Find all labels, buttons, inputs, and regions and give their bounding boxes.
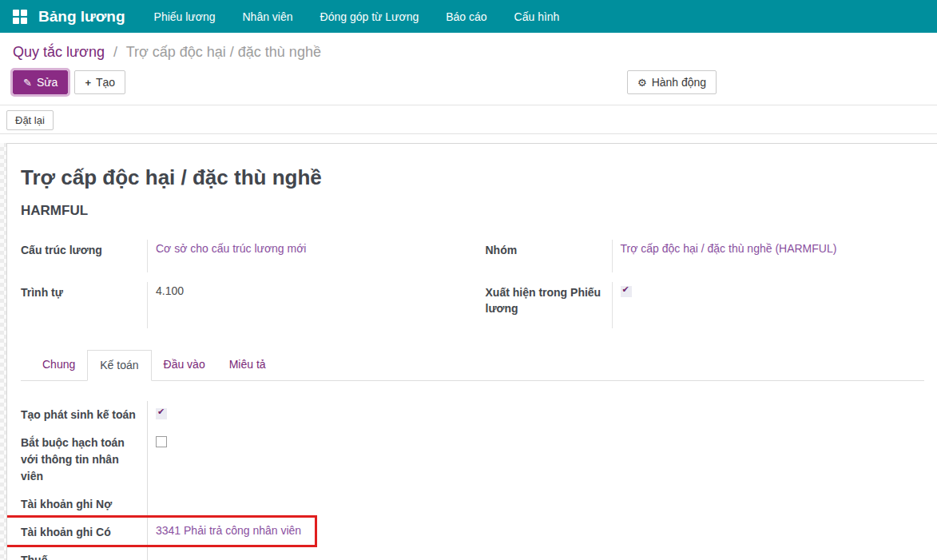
reset-button[interactable]: Đặt lại	[6, 110, 54, 130]
category-link[interactable]: Trợ cấp độc hại / đặc thù nghề (HARMFUL)	[621, 242, 837, 255]
record-code: HARMFUL	[21, 203, 924, 219]
row-credit-account: Tài khoản ghi Có 3341 Phải trả công nhân…	[21, 518, 924, 546]
action-button[interactable]: ⚙Hành động	[627, 70, 717, 94]
field-value: 3341 Phải trả công nhân viên	[147, 518, 924, 546]
field-label: Tài khoản ghi Có	[21, 518, 147, 546]
menu-employees[interactable]: Nhân viên	[242, 10, 292, 23]
tab-general[interactable]: Chung	[30, 350, 87, 381]
breadcrumb-separator: /	[113, 44, 117, 60]
field-value: Cơ sở cho cấu trúc lương mới	[147, 240, 452, 272]
menu-payslips[interactable]: Phiếu lương	[154, 10, 216, 23]
field-category: Nhóm Trợ cấp độc hại / đặc thù nghề (HAR…	[486, 240, 917, 272]
field-label: Tài khoản ghi Nợ	[21, 490, 147, 518]
action-button-label: Hành động	[652, 76, 707, 89]
status-bar: Đặt lại	[0, 105, 937, 134]
menu-reports[interactable]: Báo cáo	[446, 10, 486, 23]
field-value: 4.100	[147, 282, 452, 328]
accounting-tab-pane: Tạo phát sinh kế toán Bắt buộc hạch toán…	[21, 401, 924, 560]
row-generate-accounting-entries: Tạo phát sinh kế toán	[21, 401, 924, 429]
menu-settings[interactable]: Cấu hình	[514, 10, 560, 23]
appears-on-payslip-checkbox[interactable]	[621, 286, 632, 297]
edit-button[interactable]: ✎Sửa	[13, 70, 68, 94]
field-label: Nhóm	[486, 240, 613, 272]
field-value	[147, 429, 924, 490]
generate-entries-checkbox[interactable]	[156, 408, 167, 419]
apps-grid-square	[13, 18, 19, 24]
row-tax: Thuế	[21, 546, 924, 560]
force-employee-accounts-checkbox[interactable]	[156, 436, 167, 447]
create-button-label: Tạo	[96, 76, 115, 89]
row-debit-account: Tài khoản ghi Nợ	[21, 490, 924, 518]
create-button[interactable]: +Tạo	[74, 70, 125, 94]
pencil-icon: ✎	[23, 77, 32, 89]
breadcrumb: Quy tắc lương / Trợ cấp độc hại / đặc th…	[0, 33, 937, 64]
field-value	[147, 401, 924, 429]
content-area: Trợ cấp độc hại / đặc thù nghề HARMFUL C…	[0, 143, 937, 560]
field-grid: Cấu trúc lương Cơ sở cho cấu trúc lương …	[21, 240, 924, 338]
record-title: Trợ cấp độc hại / đặc thù nghề	[21, 165, 924, 190]
apps-grid-square	[21, 10, 27, 16]
tab-description[interactable]: Miêu tả	[217, 350, 278, 381]
edit-button-label: Sửa	[37, 76, 58, 89]
field-label: Thuế	[21, 546, 147, 560]
main-menu: Phiếu lương Nhân viên Đóng góp từ Lương …	[154, 10, 560, 23]
field-label: Tạo phát sinh kế toán	[21, 401, 147, 429]
row-force-employee-accounts: Bắt buộc hạch toán với thông tin nhân vi…	[21, 429, 924, 490]
apps-grid-square	[13, 10, 19, 16]
top-navbar: Bảng lương Phiếu lương Nhân viên Đóng gó…	[0, 0, 937, 33]
notebook-tabs: Chung Kế toán Đầu vào Miêu tả	[21, 349, 924, 381]
app-brand[interactable]: Bảng lương	[38, 8, 125, 26]
control-panel: ✎Sửa +Tạo ⚙Hành động	[0, 64, 937, 105]
plus-icon: +	[85, 77, 91, 89]
field-appears-on-payslip: Xuất hiện trong Phiếu lương	[486, 282, 917, 328]
field-label: Xuất hiện trong Phiếu lương	[486, 282, 613, 328]
field-salary-structure: Cấu trúc lương Cơ sở cho cấu trúc lương …	[21, 240, 452, 272]
breadcrumb-parent-link[interactable]: Quy tắc lương	[13, 44, 105, 60]
menu-contributions[interactable]: Đóng góp từ Lương	[320, 10, 419, 23]
credit-account-link[interactable]: 3341 Phải trả công nhân viên	[156, 524, 301, 537]
field-value	[147, 490, 924, 518]
field-label: Bắt buộc hạch toán với thông tin nhân vi…	[21, 429, 147, 490]
field-value	[612, 282, 917, 328]
apps-grid-square	[21, 18, 27, 24]
tab-accounting[interactable]: Kế toán	[87, 350, 151, 381]
breadcrumb-current: Trợ cấp độc hại / đặc thù nghề	[126, 44, 321, 60]
field-value: Trợ cấp độc hại / đặc thù nghề (HARMFUL)	[612, 240, 917, 272]
field-label: Trình tự	[21, 282, 147, 328]
field-value	[147, 546, 924, 560]
field-column-left: Cấu trúc lương Cơ sở cho cấu trúc lương …	[21, 240, 452, 338]
salary-structure-link[interactable]: Cơ sở cho cấu trúc lương mới	[156, 242, 306, 255]
field-sequence: Trình tự 4.100	[21, 282, 452, 328]
field-column-right: Nhóm Trợ cấp độc hại / đặc thù nghề (HAR…	[486, 240, 917, 338]
form-sheet: Trợ cấp độc hại / đặc thù nghề HARMFUL C…	[6, 143, 937, 560]
field-label: Cấu trúc lương	[21, 240, 147, 272]
tab-inputs[interactable]: Đầu vào	[152, 350, 217, 381]
apps-grid-icon[interactable]	[13, 10, 27, 24]
gear-icon: ⚙	[637, 77, 647, 89]
